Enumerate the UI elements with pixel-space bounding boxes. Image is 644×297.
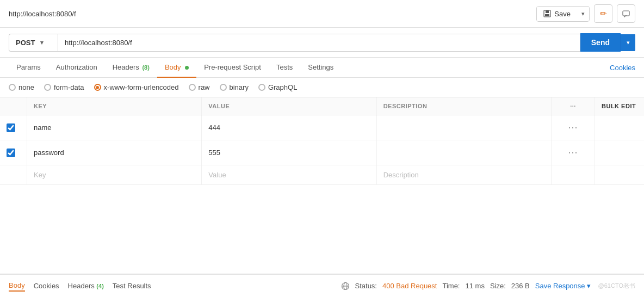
- time-value: 11 ms: [465, 282, 484, 290]
- row2-checkbox-cell: [0, 140, 27, 165]
- table-row: password 555 ···: [0, 140, 644, 165]
- placeholder-bulk: [595, 165, 644, 184]
- title-bar: http://localhost:8080/f Save ▾ ✏: [0, 0, 644, 28]
- send-dropdown-button[interactable]: ▾: [621, 34, 635, 51]
- radio-raw-circle: [189, 84, 196, 91]
- th-value: VALUE: [202, 97, 376, 115]
- response-status-bar: Status: 400 Bad Request Time: 11 ms Size…: [341, 282, 635, 290]
- save-dropdown-button[interactable]: ▾: [577, 7, 589, 21]
- url-input[interactable]: [58, 34, 580, 52]
- row1-more[interactable]: ···: [552, 115, 595, 140]
- body-type-bar: none form-data x-www-form-urlencoded raw…: [0, 78, 644, 97]
- save-response-button[interactable]: Save Response ▾: [535, 282, 591, 290]
- row1-checkbox[interactable]: [7, 123, 15, 132]
- status-label: Status:: [355, 282, 377, 290]
- save-response-arrow: ▾: [587, 282, 591, 290]
- tab-pre-request[interactable]: Pre-request Script: [196, 58, 269, 78]
- send-button[interactable]: Send: [580, 33, 621, 52]
- th-key: KEY: [27, 97, 202, 115]
- radio-binary[interactable]: binary: [220, 83, 249, 91]
- bottom-tab-test-results[interactable]: Test Results: [113, 281, 151, 291]
- bottom-tab-headers[interactable]: Headers (4): [68, 281, 104, 291]
- row1-checkbox-cell: [0, 115, 27, 140]
- row1-description[interactable]: [377, 115, 552, 140]
- method-dropdown-arrow: ▾: [40, 39, 44, 46]
- svg-rect-3: [623, 11, 629, 16]
- watermark: @61CTO老书: [598, 282, 635, 290]
- radio-binary-circle: [220, 84, 227, 91]
- radio-graphql[interactable]: GraphQL: [258, 83, 297, 91]
- bottom-tab-body[interactable]: Body: [9, 280, 25, 292]
- size-label: Size:: [490, 282, 506, 290]
- radio-raw[interactable]: raw: [189, 83, 210, 91]
- radio-form-data-circle: [44, 84, 51, 91]
- method-selector[interactable]: POST ▾: [9, 34, 58, 52]
- radio-urlencoded-circle: [94, 84, 101, 91]
- svg-rect-1: [546, 10, 549, 13]
- row2-description[interactable]: [377, 140, 552, 165]
- row1-value[interactable]: 444: [202, 115, 376, 140]
- row2-key[interactable]: password: [27, 140, 202, 165]
- tab-tests[interactable]: Tests: [269, 58, 300, 78]
- placeholder-checkbox-cell: [0, 165, 27, 184]
- body-dot: [185, 66, 189, 70]
- radio-none-circle: [9, 84, 16, 91]
- row2-more[interactable]: ···: [552, 140, 595, 165]
- url-bar: POST ▾ Send ▾: [0, 28, 644, 58]
- row1-key[interactable]: name: [27, 115, 202, 140]
- bottom-bar: Body Cookies Headers (4) Test Results St…: [0, 274, 644, 297]
- tab-headers[interactable]: Headers (8): [105, 58, 157, 78]
- placeholder-description[interactable]: Description: [377, 165, 552, 184]
- radio-form-data[interactable]: form-data: [44, 83, 84, 91]
- tab-params[interactable]: Params: [9, 58, 48, 78]
- body-table: KEY VALUE DESCRIPTION ··· Bulk Edit name…: [0, 97, 644, 274]
- comment-button[interactable]: [617, 4, 635, 23]
- row2-bulk: [595, 140, 644, 165]
- placeholder-more: [552, 165, 595, 184]
- globe-icon: [341, 282, 350, 290]
- save-button-group: Save ▾: [536, 6, 590, 22]
- tab-authorization[interactable]: Authorization: [48, 58, 105, 78]
- th-checkbox: [0, 97, 27, 115]
- radio-graphql-circle: [258, 84, 265, 91]
- placeholder-value[interactable]: Value: [202, 165, 376, 184]
- save-icon: [543, 10, 551, 17]
- row2-more-button[interactable]: ···: [565, 146, 581, 159]
- comment-icon: [622, 10, 630, 17]
- placeholder-key[interactable]: Key: [27, 165, 202, 184]
- size-value: 236 B: [511, 282, 530, 290]
- svg-rect-2: [545, 14, 549, 16]
- row2-checkbox[interactable]: [7, 148, 15, 157]
- radio-none[interactable]: none: [9, 83, 34, 91]
- title-actions: Save ▾ ✏: [536, 4, 635, 23]
- row2-value[interactable]: 555: [202, 140, 376, 165]
- send-button-group: Send ▾: [580, 33, 635, 52]
- time-label: Time:: [442, 282, 460, 290]
- tab-body[interactable]: Body: [157, 58, 196, 78]
- title-url: http://localhost:8080/f: [9, 10, 76, 18]
- row1-more-button[interactable]: ···: [565, 121, 581, 134]
- placeholder-row: Key Value Description: [0, 165, 644, 185]
- th-more: ···: [552, 97, 595, 115]
- edit-button[interactable]: ✏: [594, 4, 612, 23]
- headers-badge: (4): [96, 283, 103, 289]
- request-tabs: Params Authorization Headers (8) Body Pr…: [0, 58, 644, 78]
- save-button[interactable]: Save: [537, 7, 577, 21]
- table-row: name 444 ···: [0, 115, 644, 140]
- th-description: DESCRIPTION: [377, 97, 552, 115]
- cookies-link[interactable]: Cookies: [610, 64, 635, 72]
- radio-x-www-form-urlencoded[interactable]: x-www-form-urlencoded: [94, 83, 179, 91]
- row1-bulk: [595, 115, 644, 140]
- table-header: KEY VALUE DESCRIPTION ··· Bulk Edit: [0, 97, 644, 115]
- th-bulk-edit[interactable]: Bulk Edit: [595, 97, 644, 115]
- tab-settings[interactable]: Settings: [300, 58, 341, 78]
- status-value: 400 Bad Request: [382, 282, 437, 290]
- bottom-tab-cookies[interactable]: Cookies: [34, 281, 59, 291]
